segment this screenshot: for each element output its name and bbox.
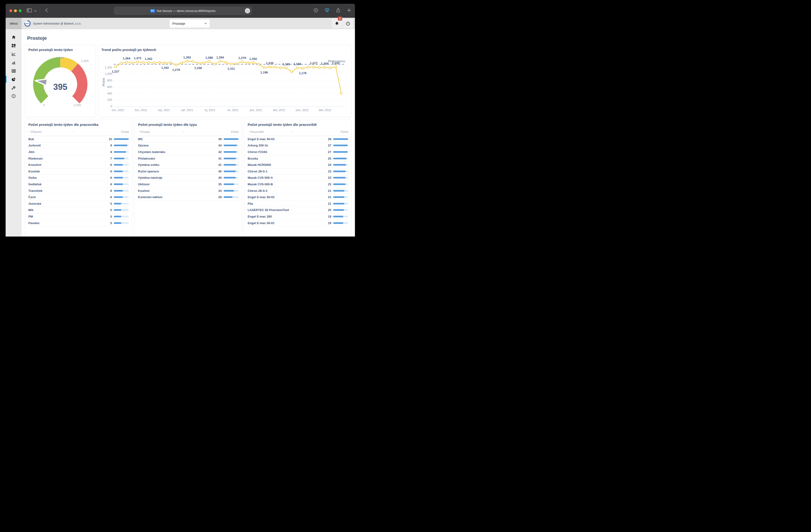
app-logo[interactable]: xMost — [5, 18, 21, 29]
downloads-icon[interactable] — [313, 8, 318, 14]
sidebar-item-statistics[interactable] — [5, 58, 21, 67]
svg-text:1,185: 1,185 — [282, 62, 290, 66]
column-header-name[interactable]: Příjmení — [31, 130, 73, 134]
row-count: 5 — [106, 202, 112, 205]
sidebar-item-tables[interactable] — [5, 67, 21, 75]
row-count: 27 — [325, 150, 331, 154]
table-row: Jezerská5 — [28, 201, 129, 207]
table-row: Chiron 28-S-123 — [248, 168, 348, 175]
column-header-count[interactable]: Počet — [185, 130, 239, 134]
table-header[interactable]: ^ Prostoj ^ Počet — [138, 130, 238, 136]
row-name: Kozelek — [28, 170, 106, 173]
sort-caret-icon[interactable]: ^ — [138, 130, 139, 134]
row-count: 44 — [216, 144, 222, 147]
row-name: Uklízení — [138, 183, 215, 186]
row-bar — [333, 171, 348, 172]
svg-text:1,176: 1,176 — [299, 72, 307, 75]
close-window-button[interactable] — [9, 9, 12, 12]
trend-chart: 02004006008001,0001,200čvn, 2021čvc, 202… — [102, 52, 348, 114]
privacy-shield-icon[interactable] — [325, 8, 330, 14]
sidebar-toggle-icon[interactable] — [27, 8, 32, 14]
row-name: Ruční operace — [138, 170, 215, 173]
row-count: 6 — [106, 183, 112, 186]
svg-text:1,364: 1,364 — [123, 57, 131, 60]
row-bar — [114, 158, 129, 159]
row-name: Jilm — [28, 150, 106, 154]
table-row: Engel E-mac 28019 — [248, 213, 348, 220]
table-row: Výměna nástroje40 — [138, 175, 238, 181]
table-row: Mazak CV5-500-A23 — [248, 175, 348, 181]
chevron-down-icon[interactable] — [34, 9, 36, 13]
row-count: 25 — [325, 157, 331, 160]
row-name: Engel E-mac 280 — [248, 215, 325, 218]
sort-caret-icon[interactable]: ^ — [248, 130, 249, 134]
table-row: Uklízení35 — [138, 181, 238, 188]
sidebar-item-reports[interactable] — [5, 75, 21, 83]
svg-text:400: 400 — [107, 92, 112, 95]
table-row: Engel E-mac 50-0328 — [248, 136, 348, 142]
info-icon — [12, 94, 16, 98]
row-count: 28 — [325, 137, 331, 141]
page-title: Prostoje — [27, 35, 352, 41]
report-select[interactable]: Prostoje — [169, 19, 210, 28]
address-bar[interactable]: PJ Not Secure — demo.xmost.eu:8900/repor… — [114, 6, 252, 15]
sort-caret-icon[interactable]: ^ — [183, 130, 184, 134]
share-icon[interactable] — [336, 8, 340, 14]
row-bar — [114, 145, 129, 146]
svg-text:úno, 2022: úno, 2022 — [295, 109, 309, 112]
sidebar-item-trends[interactable] — [5, 50, 21, 58]
gears-icon — [12, 86, 16, 90]
svg-text:srp, 2021: srp, 2021 — [158, 109, 170, 112]
column-header-name[interactable]: Prostoj — [140, 130, 183, 134]
row-bar — [333, 216, 348, 217]
sidebar-item-info[interactable] — [5, 92, 21, 100]
table-header[interactable]: ^ Příjmení ^ Počet — [28, 130, 129, 136]
svg-text:1,000: 1,000 — [57, 56, 64, 60]
stations-table-card: Počet prostojů tento týden dle pracovišt… — [244, 120, 352, 236]
notifications-button[interactable]: 1 — [332, 19, 342, 28]
sidebar-item-settings[interactable] — [5, 83, 21, 92]
sort-caret-icon[interactable]: ^ — [28, 130, 30, 134]
column-header-name[interactable]: Pracoviště — [250, 130, 292, 134]
row-count: 5 — [106, 215, 112, 218]
sort-caret-icon[interactable]: ^ — [292, 130, 293, 134]
row-bar — [333, 158, 348, 159]
column-header-count[interactable]: Počet — [75, 130, 129, 134]
svg-text:Počet: Počet — [102, 78, 105, 86]
row-bar — [224, 151, 239, 153]
page-options-icon[interactable]: ••• — [245, 8, 250, 13]
logout-button[interactable] — [343, 19, 353, 28]
table-row: Bruska25 — [248, 155, 348, 162]
table-header[interactable]: ^ Pracoviště ^ Počet — [248, 130, 348, 136]
row-bar — [333, 151, 348, 153]
row-bar — [333, 138, 348, 140]
svg-text:0: 0 — [110, 105, 112, 108]
bell-icon — [335, 21, 339, 26]
svg-text:800: 800 — [107, 79, 112, 82]
row-count: 19 — [325, 215, 331, 218]
row-count: 23 — [325, 176, 331, 179]
svg-text:čvc, 2021: čvc, 2021 — [135, 109, 147, 112]
table-row: Čech6 — [28, 194, 129, 201]
row-name: Chiron 28-S-1 — [248, 170, 325, 173]
avatar[interactable]: 46% — [24, 20, 31, 27]
row-name: Přelakování — [138, 157, 215, 160]
row-bar — [333, 184, 348, 185]
table-row: Pila21 — [248, 201, 348, 207]
row-count: 41 — [216, 163, 222, 167]
row-name: Trávníček — [28, 189, 106, 192]
sidebar-item-home[interactable] — [5, 33, 21, 42]
svg-text:1,200: 1,200 — [105, 66, 112, 69]
svg-text:1,300: 1,300 — [81, 59, 89, 63]
new-tab-icon[interactable] — [347, 8, 351, 13]
browser-window: PJ Not Secure — demo.xmost.eu:8900/repor… — [5, 4, 355, 236]
row-count: 29 — [216, 195, 222, 199]
row-count: 21 — [325, 202, 331, 205]
zoom-window-button[interactable] — [19, 9, 21, 12]
minimize-window-button[interactable] — [14, 9, 17, 12]
back-icon[interactable] — [45, 8, 48, 13]
table-title: Počet prostojů tento týden dle pracovišt… — [248, 123, 348, 127]
column-header-count[interactable]: Počet — [294, 130, 348, 134]
sort-caret-icon[interactable]: ^ — [73, 130, 74, 134]
sidebar-item-dashboard[interactable] — [5, 42, 21, 50]
